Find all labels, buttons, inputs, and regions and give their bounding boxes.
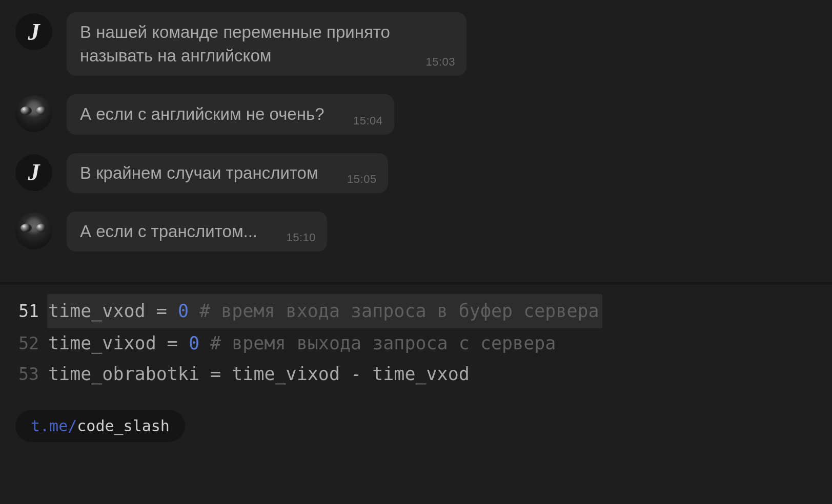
token-number: 0	[178, 301, 189, 321]
code-line[interactable]: 52 time_vixod = 0 # время выхода запроса…	[9, 328, 817, 359]
message-text: В крайнем случаи транслитом	[80, 161, 375, 185]
link-path: code_slash	[77, 417, 170, 435]
token-variable: time_obrabotki	[48, 364, 199, 384]
message-row: А если с транслитом... 15:10	[15, 212, 817, 251]
message-text: А если с транслитом...	[80, 220, 314, 243]
token-variable: time_vixod	[48, 333, 156, 353]
code-line[interactable]: 53 time_obrabotki = time_vixod - time_vx…	[9, 359, 817, 390]
avatar-image[interactable]	[15, 213, 52, 249]
message-bubble[interactable]: В крайнем случаи транслитом 15:05	[67, 153, 388, 193]
token-variable: time_vxod	[48, 301, 146, 321]
message-timestamp: 15:03	[425, 55, 455, 69]
code-content: time_vxod = 0 # время входа запроса в бу…	[47, 294, 602, 329]
token-operator: =	[156, 333, 189, 353]
token-comment: # время входа запроса в буфер сервера	[189, 301, 599, 321]
code-line[interactable]: 51 time_vxod = 0 # время входа запроса в…	[9, 294, 817, 329]
avatar-initial: J	[28, 18, 40, 46]
message-timestamp: 15:10	[287, 231, 316, 244]
channel-link[interactable]: t.me/code_slash	[15, 410, 185, 442]
code-panel: 51 time_vxod = 0 # время входа запроса в…	[0, 285, 832, 390]
message-row: J В нашей команде переменные принято наз…	[15, 12, 817, 76]
message-row: J В крайнем случаи транслитом 15:05	[15, 153, 817, 193]
message-bubble[interactable]: В нашей команде переменные принято назыв…	[67, 12, 466, 76]
avatar-image[interactable]	[15, 95, 52, 132]
line-number: 52	[9, 329, 39, 358]
avatar-letter[interactable]: J	[15, 154, 52, 191]
avatar-letter[interactable]: J	[15, 13, 52, 50]
token-expression: time_vixod - time_vxod	[232, 364, 470, 384]
line-number: 51	[9, 297, 39, 326]
message-timestamp: 15:04	[353, 114, 383, 128]
token-number: 0	[189, 333, 199, 353]
message-text: А если с английским не очень?	[80, 102, 381, 126]
message-text: В нашей команде переменные принято назыв…	[80, 20, 453, 68]
line-number: 53	[9, 360, 39, 389]
message-bubble[interactable]: А если с английским не очень? 15:04	[67, 94, 394, 134]
message-row: А если с английским не очень? 15:04	[15, 94, 817, 134]
avatar-initial: J	[28, 159, 40, 186]
message-timestamp: 15:05	[347, 173, 377, 186]
chat-panel: J В нашей команде переменные принято наз…	[0, 0, 832, 282]
token-operator: =	[199, 364, 232, 384]
footer: t.me/code_slash	[0, 389, 832, 442]
code-content: time_obrabotki = time_vixod - time_vxod	[48, 359, 470, 390]
message-bubble[interactable]: А если с транслитом... 15:10	[67, 212, 327, 251]
link-domain: t.me/	[31, 417, 77, 435]
token-comment: # время выхода запроса с сервера	[199, 333, 556, 353]
token-operator: =	[146, 301, 178, 321]
code-content: time_vixod = 0 # время выхода запроса с …	[48, 328, 556, 359]
